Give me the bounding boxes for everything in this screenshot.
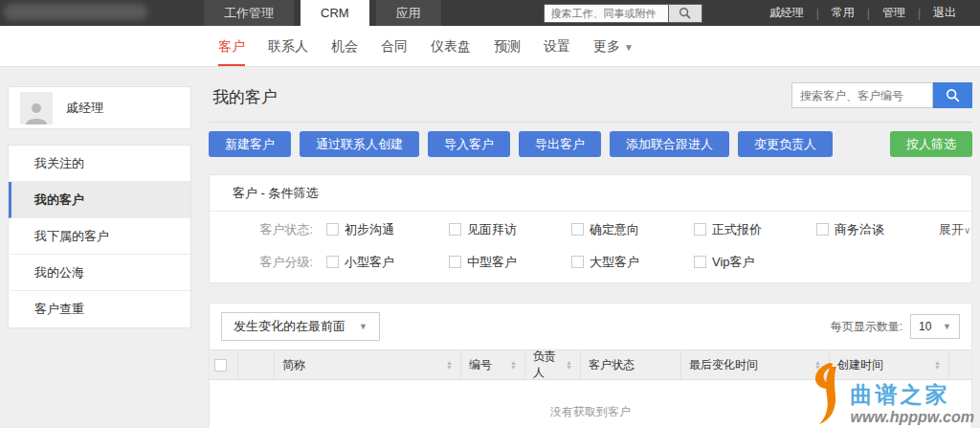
filter-option-label: 初步沟通 [345,221,394,238]
filter-option-label: 见面拜访 [467,221,517,238]
column-owner: 负责人▲▼ [525,350,581,379]
topbar: 工作管理 CRM 应用 戚经理| 常用| 管理| 退出 [0,0,980,26]
tab-dashboard[interactable]: 仪表盘 [431,26,471,66]
actions-row: 新建客户 通过联系人创建 导入客户 导出客户 添加联合跟进人 变更负责人 按人筛… [209,131,972,157]
sidebar-item-followed[interactable]: 我关注的 [9,146,190,182]
favorites-link[interactable]: 常用 [819,5,867,21]
tab-forecast[interactable]: 预测 [494,26,521,66]
watermark: 曲谱之家 www.hpppw.com [809,361,974,426]
filter-panel-title: 客户 - 条件筛选 [210,175,971,212]
global-search-button[interactable] [668,4,702,23]
filter-option-meeting-visit[interactable]: 见面拜访 [449,221,571,238]
tab-more[interactable]: 更多▼ [593,26,634,66]
column-label: 最后变化时间 [689,357,758,373]
sort-arrows-icon[interactable]: ▲▼ [510,360,517,370]
sidebar-item-my-customers[interactable]: 我的客户 [9,182,190,218]
filter-options: 小型客户 中型客户 大型客户 Vip客户 [326,254,971,271]
global-search-input[interactable] [544,4,668,23]
sort-order-value: 发生变化的在最前面 [234,318,345,335]
customer-search-input[interactable] [791,82,933,108]
watermark-url: www.hpppw.com [851,409,974,426]
filter-option-business-negotiation[interactable]: 商务洽谈 [816,221,939,238]
filter-option-small-customer[interactable]: 小型客户 [326,254,449,271]
page-size-control: 每页显示数量: 10 ▼ [831,314,960,339]
spacer-column [238,350,275,379]
import-customers-button[interactable]: 导入客户 [428,131,510,157]
tab-settings[interactable]: 设置 [544,26,570,66]
tab-contacts[interactable]: 联系人 [268,26,308,66]
page-size-value: 10 [919,320,931,333]
chevron-down-icon: ▼ [943,322,951,331]
filter-option-label: 小型客户 [345,254,394,271]
chevron-down-icon: ∨ [964,225,970,236]
new-customer-button[interactable]: 新建客户 [209,131,291,157]
user-menu-link[interactable]: 戚经理 [757,5,816,21]
chevron-down-icon: ▼ [359,322,368,331]
change-owner-button[interactable]: 变更负责人 [738,131,833,157]
filter-option-confirmed-intent[interactable]: 确定意向 [571,221,694,238]
checkbox-icon[interactable] [694,223,706,236]
expand-label: 展开 [939,222,964,237]
admin-link[interactable]: 管理 [870,5,918,21]
add-co-follower-button[interactable]: 添加联合跟进人 [610,131,729,157]
checkbox-icon[interactable] [449,256,461,268]
topbar-links: 戚经理| 常用| 管理| 退出 [757,0,980,26]
search-icon [946,88,960,102]
filter-option-label: 确定意向 [590,221,639,238]
customer-search-button[interactable] [933,82,972,108]
watermark-text: 曲谱之家 www.hpppw.com [851,382,974,426]
select-all-cell [210,350,238,379]
tab-opportunities[interactable]: 机会 [331,26,358,66]
page-size-label: 每页显示数量: [831,319,902,335]
column-code: 编号▲▼ [461,350,525,379]
app-logo-blur [4,4,147,20]
checkbox-icon[interactable] [694,256,706,268]
sort-arrows-icon[interactable]: ▲▼ [446,360,453,370]
checkbox-icon[interactable] [326,223,339,236]
select-all-checkbox[interactable] [214,359,227,372]
topbar-tab-work[interactable]: 工作管理 [204,0,294,26]
tab-more-label: 更多 [593,38,620,54]
filter-option-formal-quote[interactable]: 正式报价 [694,221,816,238]
watermark-title: 曲谱之家 [851,382,974,409]
column-label: 负责人 [533,349,562,381]
checkbox-icon[interactable] [571,223,584,236]
checkbox-icon[interactable] [816,223,829,236]
create-from-contact-button[interactable]: 通过联系人创建 [300,131,419,157]
sidebar-item-subordinate-customers[interactable]: 我下属的客户 [9,218,190,255]
tab-customers[interactable]: 客户 [218,26,245,66]
tab-contracts[interactable]: 合同 [381,26,408,66]
filter-row-label: 客户状态: [210,221,313,238]
column-short-name: 简称▲▼ [275,350,461,379]
page-size-dropdown[interactable]: 10 ▼ [910,314,960,339]
sort-order-dropdown[interactable]: 发生变化的在最前面 ▼ [221,312,380,341]
table-toolbar: 发生变化的在最前面 ▼ 每页显示数量: 10 ▼ [210,304,971,349]
sidebar-user-name: 戚经理 [66,100,103,117]
topbar-tab-apps[interactable]: 应用 [376,0,441,26]
column-label: 编号 [469,357,492,373]
filter-option-initial-contact[interactable]: 初步沟通 [326,221,449,238]
filter-option-large-customer[interactable]: 大型客户 [571,254,694,271]
filter-options: 初步沟通 见面拜访 确定意向 正式报价 商务洽谈 [326,221,939,238]
filter-row-status: 客户状态: 初步沟通 见面拜访 确定意向 正式报价 商务洽谈 展开∨ [210,212,971,247]
app-logo [0,0,167,26]
topbar-tab-crm[interactable]: CRM [301,0,369,26]
filter-option-label: Vip客户 [712,254,755,271]
filter-option-label: 中型客户 [467,254,517,271]
checkbox-icon[interactable] [449,223,461,236]
checkbox-icon[interactable] [571,256,584,268]
export-customers-button[interactable]: 导出客户 [519,131,601,157]
logout-link[interactable]: 退出 [921,5,969,21]
checkbox-icon[interactable] [326,256,339,268]
filter-option-medium-customer[interactable]: 中型客户 [449,254,571,271]
expand-filters-link[interactable]: 展开∨ [939,221,970,238]
sidebar-item-public-pool[interactable]: 我的公海 [9,255,190,291]
sort-arrows-icon[interactable]: ▲▼ [566,360,572,370]
column-status: 客户状态 [581,350,681,379]
sidebar-item-dedup[interactable]: 客户查重 [9,291,190,327]
filter-option-vip-customer[interactable]: Vip客户 [694,254,816,271]
filter-by-person-button[interactable]: 按人筛选 [890,131,972,157]
content-header: 我的客户 [209,80,972,123]
profile-card: 戚经理 [8,86,191,129]
search-icon [679,7,691,19]
